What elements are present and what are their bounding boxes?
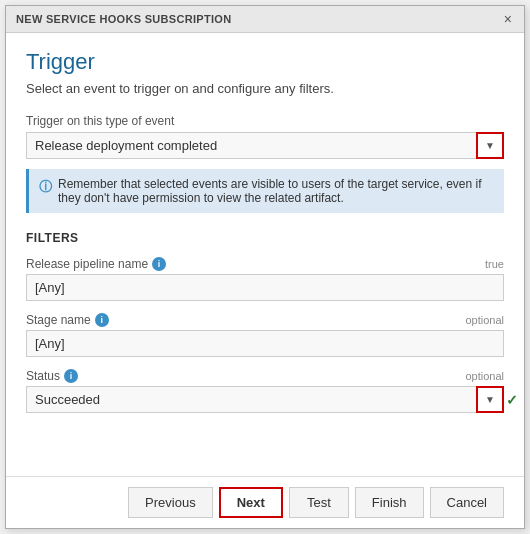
optional-pipeline: true bbox=[485, 258, 504, 270]
status-select-row: Succeeded Failed Canceled PartiallySucce… bbox=[26, 386, 504, 413]
filter-label-row-pipeline: Release pipeline name i true bbox=[26, 257, 504, 271]
dialog-footer: Previous Next Test Finish Cancel bbox=[6, 476, 524, 528]
titlebar: NEW SERVICE HOOKS SUBSCRIPTION × bbox=[6, 6, 524, 33]
trigger-select-wrapper: Release deployment completed Release cre… bbox=[26, 132, 504, 159]
test-button[interactable]: Test bbox=[289, 487, 349, 518]
status-checkmark-icon: ✓ bbox=[506, 392, 518, 408]
info-circle-stage[interactable]: i bbox=[95, 313, 109, 327]
info-box: ⓘ Remember that selected events are visi… bbox=[26, 169, 504, 213]
page-subtitle: Select an event to trigger on and config… bbox=[26, 81, 504, 96]
optional-status: optional bbox=[465, 370, 504, 382]
finish-button[interactable]: Finish bbox=[355, 487, 424, 518]
filter-row-stage: Stage name i optional bbox=[26, 313, 504, 357]
dialog-content: Trigger Select an event to trigger on an… bbox=[6, 33, 524, 476]
filter-label-row-status: Status i optional bbox=[26, 369, 504, 383]
info-text: Remember that selected events are visibl… bbox=[58, 177, 494, 205]
stage-name-input[interactable] bbox=[26, 330, 504, 357]
dialog-title: NEW SERVICE HOOKS SUBSCRIPTION bbox=[16, 13, 231, 25]
info-circle-status[interactable]: i bbox=[64, 369, 78, 383]
dialog: NEW SERVICE HOOKS SUBSCRIPTION × Trigger… bbox=[5, 5, 525, 529]
filter-label-pipeline: Release pipeline name i bbox=[26, 257, 166, 271]
status-select[interactable]: Succeeded Failed Canceled PartiallySucce… bbox=[26, 386, 504, 413]
filter-label-status: Status i bbox=[26, 369, 78, 383]
filters-title: FILTERS bbox=[26, 231, 504, 245]
filter-label-row-stage: Stage name i optional bbox=[26, 313, 504, 327]
previous-button[interactable]: Previous bbox=[128, 487, 213, 518]
info-circle-pipeline[interactable]: i bbox=[152, 257, 166, 271]
page-title: Trigger bbox=[26, 49, 504, 75]
optional-stage: optional bbox=[465, 314, 504, 326]
filter-label-stage: Stage name i bbox=[26, 313, 109, 327]
filter-row-status: Status i optional Succeeded Failed Cance… bbox=[26, 369, 504, 413]
trigger-field-label: Trigger on this type of event bbox=[26, 114, 504, 128]
next-button[interactable]: Next bbox=[219, 487, 283, 518]
filter-row-pipeline: Release pipeline name i true bbox=[26, 257, 504, 301]
trigger-select[interactable]: Release deployment completed Release cre… bbox=[26, 132, 504, 159]
pipeline-name-input[interactable] bbox=[26, 274, 504, 301]
info-icon: ⓘ bbox=[39, 178, 52, 205]
cancel-button[interactable]: Cancel bbox=[430, 487, 504, 518]
status-select-wrapper: Succeeded Failed Canceled PartiallySucce… bbox=[26, 386, 504, 413]
close-button[interactable]: × bbox=[502, 12, 514, 26]
